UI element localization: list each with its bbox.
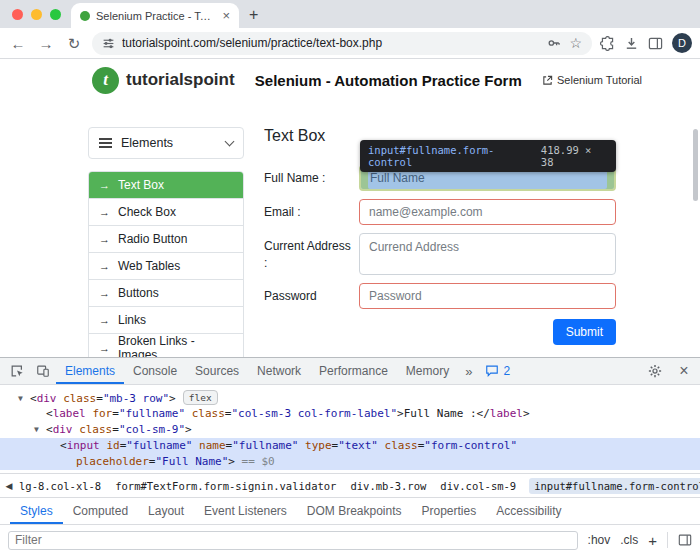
flex-badge[interactable]: flex (183, 390, 218, 405)
code-line[interactable]: <input id="fullname" name="fullname" typ… (0, 438, 700, 454)
toolbar-actions: D (600, 33, 692, 53)
breadcrumb-item[interactable]: lg-8.col-xl-8 (18, 478, 102, 494)
styles-tabbar: StylesComputedLayoutEvent ListenersDOM B… (0, 497, 700, 524)
form-area: Text Box input#fullname.form-control 418… (264, 127, 616, 357)
arrow-icon: → (99, 287, 110, 299)
divider (667, 532, 668, 548)
window-controls (8, 0, 71, 28)
code-line[interactable]: placeholder="Full Name"> == $0 (0, 454, 700, 470)
devtools-tab-sources[interactable]: Sources (186, 358, 248, 384)
sidebar-item-label: Links (118, 313, 146, 327)
browser-tab[interactable]: Selenium Practice - Text Box × (71, 3, 239, 28)
new-style-rule-button[interactable]: + (648, 532, 657, 549)
device-toolbar-icon[interactable] (30, 358, 56, 384)
issues-counter[interactable]: 2 (479, 358, 516, 384)
tooltip-dimensions: 418.99 × 38 (541, 144, 608, 168)
page-viewport: t tutorialspoint Selenium - Automation P… (0, 59, 700, 357)
styles-tab-dom-breakpoints[interactable]: DOM Breakpoints (297, 498, 412, 524)
selenium-tutorial-link[interactable]: Selenium Tutorial (542, 74, 642, 86)
arrow-icon: → (99, 314, 110, 326)
tab-title: Selenium Practice - Text Box (96, 10, 216, 22)
tune-icon[interactable] (102, 37, 115, 50)
practice-form: Full Name :Email :Current Address :Passw… (264, 165, 616, 309)
twisty-icon[interactable]: ▼ (34, 422, 46, 438)
styles-tab-event-listeners[interactable]: Event Listeners (194, 498, 297, 524)
field-label: Password (264, 283, 359, 309)
new-tab-button[interactable]: + (249, 7, 258, 23)
field-label: Current Address : (264, 233, 359, 275)
download-icon[interactable] (624, 36, 639, 51)
minimize-window-button[interactable] (31, 9, 42, 20)
url-text[interactable]: tutorialspoint.com/selenium/practice/tex… (122, 36, 540, 50)
sidebar-item-buttons[interactable]: →Buttons (89, 280, 243, 307)
styles-tab-layout[interactable]: Layout (138, 498, 194, 524)
styles-tab-accessibility[interactable]: Accessibility (486, 498, 571, 524)
address-textarea[interactable] (359, 233, 616, 275)
crumb-scroll-left-icon[interactable]: ◀ (0, 481, 18, 491)
browser-toolbar: ← → ↻ tutorialspoint.com/selenium/practi… (0, 28, 700, 59)
submit-row: Submit (264, 319, 616, 345)
submit-button[interactable]: Submit (553, 319, 616, 345)
bookmark-star-icon[interactable]: ☆ (569, 36, 582, 50)
breadcrumb: ◀ lg-8.col-xl-8form#TextForm.form-signin… (0, 473, 700, 497)
profile-avatar[interactable]: D (672, 33, 692, 53)
close-devtools-icon[interactable]: × (672, 362, 696, 380)
sidebar-item-broken-links-images[interactable]: →Broken Links - Images (89, 334, 243, 357)
page-scrollbar[interactable] (693, 129, 698, 201)
code-line[interactable]: <label for="fullname" class="col-sm-3 co… (0, 406, 700, 422)
password-input[interactable] (359, 283, 616, 309)
site-logo[interactable]: t tutorialspoint (92, 67, 235, 94)
dock-panel-icon[interactable] (678, 533, 692, 547)
breadcrumb-item[interactable]: div.col-sm-9 (439, 478, 517, 494)
dom-tree: ▼<div class="mb-3 row">flex<label for="f… (0, 385, 700, 473)
extensions-icon[interactable] (600, 36, 615, 51)
code-line[interactable]: ▼<div class="col-sm-9"> (0, 422, 700, 438)
site-header: t tutorialspoint Selenium - Automation P… (0, 59, 700, 101)
devtools-tab-elements[interactable]: Elements (56, 358, 124, 384)
tab-close-icon[interactable]: × (222, 9, 230, 22)
code-line[interactable]: ▼<div class="mb-3 row">flex (0, 390, 700, 406)
styles-tab-properties[interactable]: Properties (412, 498, 487, 524)
selenium-tutorial-label: Selenium Tutorial (557, 74, 642, 86)
devtools-tab-memory[interactable]: Memory (397, 358, 458, 384)
side-panel-icon[interactable] (648, 36, 663, 51)
styles-tab-styles[interactable]: Styles (10, 498, 63, 524)
address-bar[interactable]: tutorialspoint.com/selenium/practice/tex… (92, 32, 592, 55)
filter-input[interactable] (8, 531, 578, 550)
breadcrumb-item[interactable]: input#fullname.form-control (529, 478, 700, 494)
arrow-icon: → (99, 342, 110, 354)
sidebar-item-links[interactable]: →Links (89, 307, 243, 334)
devtools-tab-performance[interactable]: Performance (310, 358, 397, 384)
site-body: Elements →Text Box→Check Box→Radio Butto… (0, 101, 700, 357)
sidebar-item-radio-button[interactable]: →Radio Button (89, 226, 243, 253)
breadcrumb-item[interactable]: div.mb-3.row (349, 478, 427, 494)
field-label: Full Name : (264, 165, 359, 191)
devtools-tabbar: ElementsConsoleSourcesNetworkPerformance… (0, 358, 700, 385)
logo-text: tutorialspoint (126, 70, 235, 90)
sidebar-item-text-box[interactable]: →Text Box (89, 172, 243, 199)
sidebar-header[interactable]: Elements (88, 127, 244, 159)
breadcrumb-item[interactable]: form#TextForm.form-signin.validator (114, 478, 337, 494)
sidebar-item-check-box[interactable]: →Check Box (89, 199, 243, 226)
devtools-tab-console[interactable]: Console (124, 358, 186, 384)
email-input[interactable] (359, 199, 616, 225)
sidebar-item-label: Text Box (118, 178, 164, 192)
back-icon[interactable]: ← (8, 36, 28, 51)
sidebar-menu: →Text Box→Check Box→Radio Button→Web Tab… (88, 171, 244, 357)
key-icon[interactable] (547, 36, 561, 50)
zoom-window-button[interactable] (50, 9, 61, 20)
styles-tab-computed[interactable]: Computed (63, 498, 138, 524)
devtools-tab-network[interactable]: Network (248, 358, 310, 384)
sidebar-item-web-tables[interactable]: →Web Tables (89, 253, 243, 280)
hover-toggle[interactable]: :hov (588, 533, 611, 547)
chevron-down-icon (225, 137, 235, 147)
twisty-icon[interactable]: ▼ (18, 391, 30, 407)
class-toggle[interactable]: .cls (620, 533, 638, 547)
arrow-icon: → (99, 179, 110, 191)
inspect-element-icon[interactable] (4, 358, 30, 384)
forward-icon[interactable]: → (36, 36, 56, 51)
more-tabs-icon[interactable]: » (458, 358, 479, 384)
settings-gear-icon[interactable] (642, 364, 668, 378)
close-window-button[interactable] (12, 9, 23, 20)
reload-icon[interactable]: ↻ (64, 36, 84, 51)
